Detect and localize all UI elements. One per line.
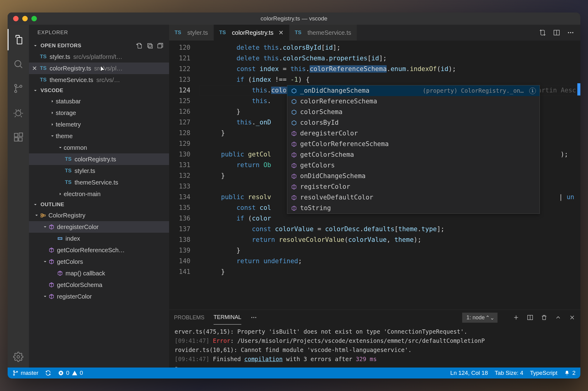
suggest-detail: (property) ColorRegistry._on…: [423, 85, 524, 96]
file-tree-folder[interactable]: statusbar: [29, 95, 169, 107]
suggest-item[interactable]: getColorReferenceSchema: [287, 139, 540, 149]
outline-item[interactable]: getColorSchema: [29, 279, 169, 291]
tab-label: colorRegistry.ts: [232, 29, 273, 36]
file-tree-file[interactable]: TSstyler.ts: [29, 165, 169, 177]
code-line[interactable]: delete this.colorSchema.properties[id];: [200, 53, 580, 64]
close-editor-icon[interactable]: ✕: [29, 65, 40, 72]
outline-item[interactable]: ColorRegistry: [29, 210, 169, 221]
split-terminal-icon[interactable]: [527, 314, 533, 321]
workspace-header[interactable]: VSCODE: [29, 86, 169, 95]
new-terminal-icon[interactable]: [513, 314, 519, 321]
open-editors-header[interactable]: OPEN EDITORS: [29, 41, 169, 51]
svg-point-1: [15, 84, 17, 87]
debug-activity-icon[interactable]: [8, 102, 29, 124]
sync-status[interactable]: [45, 370, 51, 376]
split-editor-icon[interactable]: [553, 29, 560, 36]
close-all-icon[interactable]: [157, 42, 164, 49]
compare-changes-icon[interactable]: [539, 29, 546, 36]
settings-gear-icon[interactable]: [8, 346, 29, 368]
outline-item[interactable]: map() callback: [29, 267, 169, 279]
suggest-item[interactable]: _onDidChangeSchema(property) ColorRegist…: [287, 85, 540, 96]
tab-size-status[interactable]: Tab Size: 4: [495, 370, 523, 376]
info-icon[interactable]: i: [529, 88, 536, 94]
file-tree-folder[interactable]: electron-main: [29, 188, 169, 200]
suggest-item[interactable]: toString: [287, 203, 540, 213]
close-window-button[interactable]: [13, 16, 19, 21]
file-tree-file[interactable]: TSthemeService.ts: [29, 177, 169, 188]
typescript-file-icon: TS: [295, 30, 302, 36]
outline-item[interactable]: deregisterColor: [29, 221, 169, 233]
code-line[interactable]: return undefined;: [200, 256, 580, 267]
kill-terminal-icon[interactable]: [541, 314, 547, 321]
svg-rect-14: [41, 216, 43, 217]
suggest-item[interactable]: colorsById: [287, 117, 540, 128]
suggest-item[interactable]: resolveDefaultColor: [287, 192, 540, 203]
language-status[interactable]: TypeScript: [530, 370, 558, 376]
errors-status[interactable]: 0 0: [58, 370, 83, 376]
terminal-output[interactable]: erver.ts(475,15): Property 'isBuilt' doe…: [169, 325, 580, 368]
typescript-file-icon: TS: [65, 179, 72, 185]
outline-item[interactable]: index: [29, 233, 169, 244]
chevron-down-icon: [57, 145, 64, 150]
suggest-item[interactable]: getColors: [287, 160, 540, 171]
intellisense-suggest-widget[interactable]: _onDidChangeSchema(property) ColorRegist…: [287, 85, 540, 214]
maximize-panel-icon[interactable]: [555, 314, 561, 321]
tab-label: styler.ts: [187, 29, 208, 36]
file-tree-folder[interactable]: common: [29, 142, 169, 153]
tree-label: themeService.ts: [75, 179, 118, 186]
editor-body[interactable]: 1201211221231241251261271281291301311321…: [169, 41, 580, 310]
terminal-select[interactable]: 1: node ⌃⌄: [462, 313, 498, 323]
file-tree-folder[interactable]: storage: [29, 107, 169, 119]
open-editor-item[interactable]: TSthemeService.tssrc/vs/…: [29, 74, 169, 86]
open-editor-item[interactable]: ✕TScolorRegistry.tssrc/vs/pl…: [29, 63, 169, 74]
code-line[interactable]: if (index !== -1) {: [200, 74, 580, 85]
suggest-item[interactable]: onDidChangeSchema: [287, 171, 540, 181]
suggest-item[interactable]: colorReferenceSchema: [287, 96, 540, 107]
file-tree-folder[interactable]: theme: [29, 130, 169, 142]
code-line[interactable]: delete this.colorsById[id];: [200, 42, 580, 53]
tree-label: colorRegistry.ts: [75, 156, 116, 163]
more-actions-icon[interactable]: [567, 29, 574, 36]
code-line[interactable]: }: [200, 267, 580, 277]
source-control-activity-icon[interactable]: [8, 78, 29, 99]
suggest-item[interactable]: deregisterColor: [287, 128, 540, 139]
more-panel-icon[interactable]: [250, 314, 257, 321]
git-branch-status[interactable]: master: [12, 370, 38, 376]
outline-item[interactable]: getColors: [29, 256, 169, 267]
outline-header[interactable]: OUTLINE: [29, 200, 169, 210]
symbol-method-icon: [291, 205, 297, 211]
maximize-window-button[interactable]: [31, 16, 37, 21]
editor-tab[interactable]: TScolorRegistry.ts✕: [214, 25, 289, 41]
close-panel-icon[interactable]: [569, 314, 576, 321]
terminal-tab[interactable]: TERMINAL: [214, 310, 241, 325]
suggest-item[interactable]: getColorSchema: [287, 149, 540, 160]
problems-tab[interactable]: PROBLEMS: [174, 311, 204, 325]
editor-tab[interactable]: TSstyler.ts: [169, 25, 214, 41]
outline-item[interactable]: getColorReferenceSch…: [29, 244, 169, 256]
suggest-item[interactable]: colorSchema: [287, 107, 540, 117]
search-activity-icon[interactable]: [8, 53, 29, 75]
svg-rect-13: [41, 214, 43, 215]
code-line[interactable]: }: [200, 245, 580, 256]
code-line[interactable]: const index = this.colorReferenceSchema.…: [200, 64, 580, 74]
cursor-position-status[interactable]: Ln 124, Col 18: [450, 370, 488, 376]
open-editor-item[interactable]: TSstyler.tssrc/vs/platform/t…: [29, 51, 169, 63]
new-file-icon[interactable]: [136, 42, 143, 49]
code-line[interactable]: if (color: [200, 213, 580, 224]
save-all-icon[interactable]: [147, 42, 153, 49]
extensions-activity-icon[interactable]: [8, 127, 29, 148]
explorer-activity-icon[interactable]: [8, 29, 29, 50]
file-tree-file[interactable]: TScolorRegistry.ts: [29, 153, 169, 165]
typescript-file-icon: TS: [175, 30, 181, 36]
notifications-status[interactable]: 2: [564, 370, 576, 376]
file-tree: statusbarstoragetelemetrythemecommonTSco…: [29, 95, 169, 200]
suggest-item[interactable]: registerColor: [287, 181, 540, 192]
code-line[interactable]: const colorValue = colorDesc.defaults[th…: [200, 224, 580, 235]
minimize-window-button[interactable]: [22, 16, 28, 21]
file-tree-folder[interactable]: telemetry: [29, 119, 169, 130]
close-tab-icon[interactable]: ✕: [278, 29, 284, 36]
minimap-scrollbar[interactable]: [577, 41, 580, 310]
code-line[interactable]: return resolveColorValue(colorValue, the…: [200, 235, 580, 245]
outline-item[interactable]: registerColor: [29, 291, 169, 302]
editor-tab[interactable]: TSthemeService.ts: [289, 25, 357, 41]
